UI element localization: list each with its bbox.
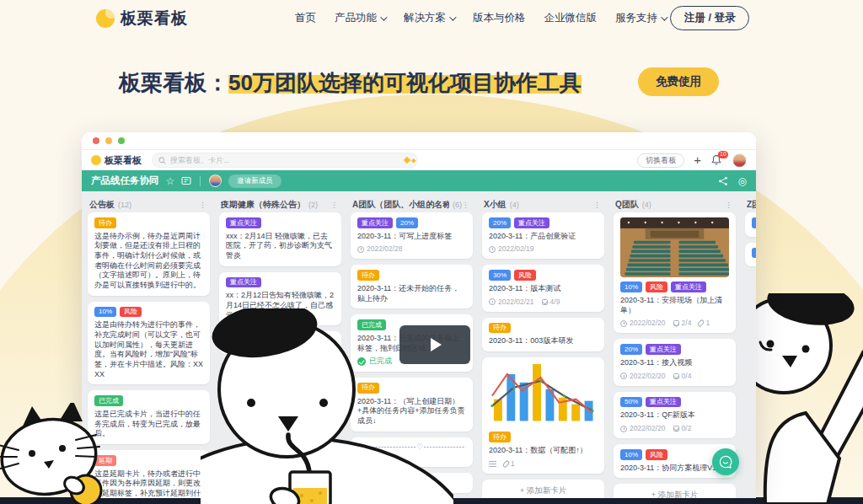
card-tag: 风险: [646, 449, 667, 460]
free-use-button[interactable]: 免费使用: [638, 67, 719, 96]
share-icon[interactable]: [718, 176, 728, 186]
column-menu-icon[interactable]: ⋮: [462, 201, 469, 209]
column-header: Q团队(4)⋮: [614, 196, 736, 212]
column-menu-icon[interactable]: ⋮: [199, 201, 206, 209]
tag-row: 10%风险重点关注: [620, 281, 729, 292]
kanban-card[interactable]: 30%: [745, 243, 756, 267]
notifications-bell[interactable]: 10: [710, 154, 723, 167]
kanban-card[interactable]: 20%重点关注2020-3-11：接入视频2022/02/200/4: [614, 339, 736, 385]
column-count: (2): [308, 201, 318, 209]
column-header: Z团队⋮: [745, 196, 756, 212]
member-avatar[interactable]: [209, 174, 222, 187]
column-menu-icon[interactable]: ⋮: [330, 201, 338, 209]
card-tag: 30%: [489, 270, 511, 281]
maximize-window-icon[interactable]: [118, 137, 125, 144]
chevron-down-icon: [661, 13, 667, 20]
kanban-card[interactable]: 重点关注xxx：2月14日 轻微咳嗽，已去医院，开了药，初步诊断为支气管炎: [219, 212, 341, 266]
column-menu-icon[interactable]: ⋮: [593, 201, 601, 209]
card-tag: 风险: [514, 270, 536, 281]
app-logo[interactable]: 板栗看板: [91, 154, 142, 167]
add-board-icon[interactable]: +: [694, 153, 701, 166]
kanban-card[interactable]: 待办2020-3-11：数据（可配图↑）1: [482, 357, 604, 474]
site-logo[interactable]: 板栗看板: [96, 8, 188, 29]
card-meta: 2022/02/202/41: [620, 319, 729, 328]
card-text: 2020-3-11：003版本研发: [489, 336, 598, 346]
column-header: 疫期健康（特殊公告）(2)⋮: [219, 196, 341, 212]
board-view-icon[interactable]: [181, 176, 191, 185]
tag-row: 重点关注20%: [357, 217, 466, 228]
search-icon: [158, 157, 166, 164]
chevron-down-icon: [449, 13, 456, 20]
column-menu-icon[interactable]: ⋮: [725, 201, 732, 209]
card-meta: 2022/02/200/2: [620, 424, 729, 433]
kanban-card[interactable]: 10%风险这是由待办转为进行中的事件，补充完成时间（可以文字，也可以加时间属性）…: [88, 302, 210, 385]
invite-member-button[interactable]: 邀请新成员: [228, 174, 281, 188]
card-tag: 待办: [489, 323, 511, 334]
card-meta: 2022/02/214/9: [489, 298, 598, 307]
tag-row: 重点关注: [226, 217, 335, 228]
nav-item[interactable]: 产品功能: [335, 11, 385, 25]
search-box[interactable]: [152, 153, 418, 168]
card-tag: 重点关注: [671, 281, 706, 292]
favorite-star-icon[interactable]: ☆: [166, 176, 175, 186]
card-tag: 10%: [94, 307, 116, 318]
check-icon: [542, 299, 548, 305]
kanban-card[interactable]: 重点关注20%2020-3-11：可写上进度标签2022/02/28: [351, 212, 473, 259]
check-icon: [673, 373, 679, 379]
nav-item[interactable]: 版本与价格: [473, 11, 526, 25]
clock-icon: [620, 426, 627, 432]
card-text: 这是待办示例，待办是近两周计划要做，但是还没有排上日程的事件，明确计划什么时候做…: [94, 232, 203, 291]
kanban-card[interactable]: 20%: [745, 212, 756, 237]
user-avatar[interactable]: [732, 153, 747, 168]
app-logo-icon: [91, 155, 101, 165]
meta-value: 2022/02/28: [367, 244, 403, 254]
card-meta: 2022/02/28: [357, 244, 466, 254]
kanban-card[interactable]: 待办2020-3-11：003版本研发: [482, 318, 604, 351]
tag-row: 待办: [489, 432, 598, 442]
nav-items: 首页产品功能解决方案版本与价格企业微信版服务支持: [295, 11, 666, 25]
nav-item[interactable]: 首页: [295, 11, 316, 25]
meta-value: 4/9: [550, 298, 560, 307]
card-meta: 2022/02/19: [489, 244, 598, 254]
card-text: 2020-3-11：接入视频: [620, 358, 729, 368]
card-tag: 50%: [620, 397, 642, 408]
title-prefix: 板栗看板：: [119, 70, 228, 95]
clock-icon: [489, 246, 496, 253]
column-count: (12): [118, 201, 131, 209]
kanban-card[interactable]: 20%重点关注2020-3-11：产品创意验证2022/02/19: [482, 212, 604, 259]
card-meta: 2022/02/200/4: [620, 372, 729, 381]
minimize-window-icon[interactable]: [105, 137, 112, 144]
app-logo-text: 板栗看板: [105, 154, 142, 167]
kanban-card[interactable]: 30%风险2020-3-11：版本测试2022/02/214/9: [482, 265, 604, 311]
kanban-card[interactable]: 待办2020-3-11：还未开始的任务，贴上待办: [351, 265, 473, 308]
column-name: 公告板: [89, 199, 115, 211]
card-text: 2020-3-11：安排现场（加上清单）: [620, 296, 729, 315]
nav-item[interactable]: 解决方案: [404, 11, 454, 25]
notification-badge: 10: [718, 151, 728, 158]
register-login-button[interactable]: 注册 / 登录: [670, 6, 749, 30]
tag-row: 50%重点关注: [620, 397, 729, 408]
kanban-card[interactable]: 50%重点关注2020-3-11：QF新版本2022/02/200/2: [614, 392, 736, 438]
card-tag: 重点关注: [514, 217, 549, 228]
clock-icon: [620, 320, 627, 327]
card-tag: 重点关注: [226, 277, 261, 288]
card-text: 2020-3-11：还未开始的任务，贴上待办: [357, 284, 466, 303]
close-window-icon[interactable]: [93, 137, 99, 144]
add-card-button[interactable]: + 添加新卡片: [614, 484, 736, 498]
search-input[interactable]: [170, 156, 381, 164]
clock-icon: [489, 298, 496, 305]
tag-row: 10%风险: [94, 307, 203, 318]
board-settings-icon[interactable]: ◎: [738, 176, 747, 186]
nav-item[interactable]: 企业微信版: [544, 11, 598, 25]
customer-chat-button[interactable]: [712, 448, 739, 475]
add-card-button[interactable]: + 添加新卡片: [482, 480, 604, 498]
kanban-card[interactable]: 待办这是待办示例，待办是近两周计划要做，但是还没有排上日程的事件，明确计划什么时…: [88, 212, 210, 296]
toolbar-divider: [200, 176, 201, 186]
meta-value: 2022/02/19: [498, 244, 534, 254]
kanban-card[interactable]: 10%风险重点关注2020-3-11：安排现场（加上清单）2022/02/202…: [614, 212, 736, 333]
card-tag: 待办: [357, 270, 379, 281]
switch-board-button[interactable]: 切换看板: [637, 153, 684, 168]
card-tag: 重点关注: [646, 344, 681, 355]
chevron-down-icon: [380, 13, 387, 20]
nav-item[interactable]: 服务支持: [615, 11, 666, 25]
